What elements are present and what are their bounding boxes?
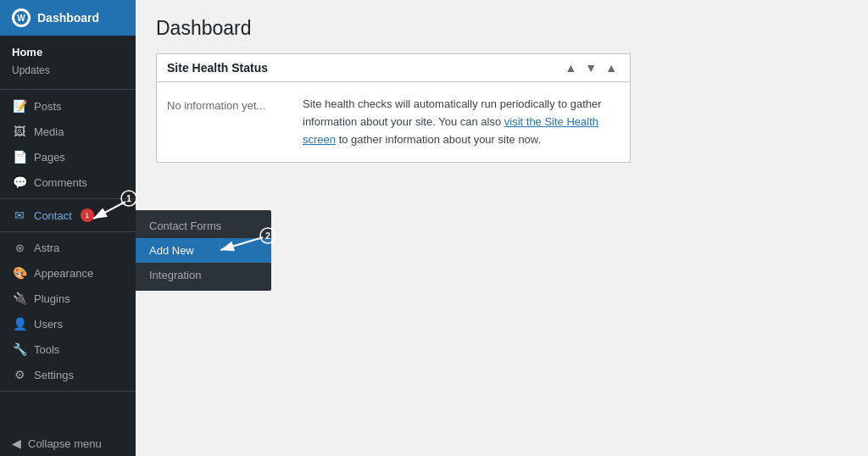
collapse-icon: ◀ — [12, 437, 21, 450]
sidebar: W Dashboard Home Updates 📝 Posts 🖼 Media… — [0, 0, 136, 456]
settings-icon: ⚙ — [12, 368, 27, 381]
separator — [0, 89, 136, 90]
media-icon: 🖼 — [12, 125, 27, 138]
plugins-icon: 🔌 — [12, 292, 27, 305]
site-health-widget: Site Health Status ▲ ▼ ▲ No information … — [156, 53, 631, 163]
sidebar-item-settings-label: Settings — [34, 369, 74, 381]
submenu-integration[interactable]: Integration — [136, 263, 271, 287]
widget-header: Site Health Status ▲ ▼ ▲ — [157, 54, 630, 82]
sidebar-item-updates[interactable]: Updates — [0, 62, 136, 79]
sidebar-item-contact[interactable]: ✉ Contact 1 — [0, 203, 136, 228]
wp-logo: W — [12, 8, 31, 27]
users-icon: 👤 — [12, 317, 27, 331]
sidebar-item-pages-label: Pages — [34, 151, 65, 164]
sidebar-item-appearance[interactable]: 🎨 Appearance — [0, 260, 136, 286]
widget-desc-text2: to gather information about your site no… — [336, 133, 541, 146]
sidebar-header-title: Dashboard — [37, 11, 99, 25]
page-title: Dashboard — [156, 17, 848, 40]
widget-collapse-button[interactable]: ▲ — [562, 61, 579, 75]
submenu-add-new[interactable]: Add New — [136, 238, 271, 263]
collapse-menu-button[interactable]: ◀ Collapse menu — [0, 431, 136, 456]
astra-icon: ⊛ — [12, 242, 27, 254]
widget-no-info-text: No information yet... — [167, 96, 286, 112]
sidebar-item-home[interactable]: Home — [0, 42, 136, 62]
sidebar-item-astra-label: Astra — [34, 242, 59, 254]
tools-icon: 🔧 — [12, 342, 27, 356]
sidebar-item-users[interactable]: 👤 Users — [0, 311, 136, 336]
contact-badge: 1 — [81, 209, 94, 222]
widget-title: Site Health Status — [167, 61, 268, 75]
sidebar-item-media[interactable]: 🖼 Media — [0, 119, 136, 144]
sidebar-item-pages[interactable]: 📄 Pages — [0, 144, 136, 170]
contact-icon: ✉ — [12, 209, 27, 222]
sidebar-item-media-label: Media — [34, 125, 64, 138]
sidebar-item-comments[interactable]: 💬 Comments — [0, 170, 136, 195]
widget-close-button[interactable]: ▲ — [603, 61, 620, 75]
sidebar-item-posts[interactable]: 📝 Posts — [0, 93, 136, 119]
sidebar-item-tools-label: Tools — [34, 343, 59, 356]
widget-description: Site health checks will automatically ru… — [303, 96, 620, 148]
widget-controls: ▲ ▼ ▲ — [562, 61, 620, 75]
sidebar-item-tools[interactable]: 🔧 Tools — [0, 336, 136, 362]
sidebar-item-comments-label: Comments — [34, 176, 87, 189]
sidebar-item-posts-label: Posts — [34, 100, 62, 113]
contact-submenu: Contact Forms Add New Integration — [136, 210, 271, 291]
comments-icon: 💬 — [12, 175, 27, 189]
submenu-contact-forms[interactable]: Contact Forms — [136, 214, 271, 238]
sidebar-header[interactable]: W Dashboard — [0, 0, 136, 36]
posts-icon: 📝 — [12, 99, 27, 113]
collapse-menu-label: Collapse menu — [28, 437, 102, 450]
widget-expand-button[interactable]: ▼ — [582, 61, 599, 75]
separator4 — [0, 391, 136, 392]
sidebar-item-users-label: Users — [34, 318, 63, 331]
separator2 — [0, 198, 136, 199]
appearance-icon: 🎨 — [12, 266, 27, 280]
widget-body: No information yet... Site health checks… — [157, 82, 630, 162]
sidebar-item-plugins[interactable]: 🔌 Plugins — [0, 286, 136, 311]
sidebar-item-astra[interactable]: ⊛ Astra — [0, 236, 136, 260]
dashboard-section: Home Updates — [0, 36, 136, 86]
sidebar-item-contact-label: Contact — [34, 209, 72, 222]
pages-icon: 📄 — [12, 150, 27, 164]
sidebar-item-plugins-label: Plugins — [34, 292, 70, 305]
sidebar-item-settings[interactable]: ⚙ Settings — [0, 362, 136, 387]
sidebar-item-appearance-label: Appearance — [34, 267, 93, 280]
separator3 — [0, 231, 136, 232]
